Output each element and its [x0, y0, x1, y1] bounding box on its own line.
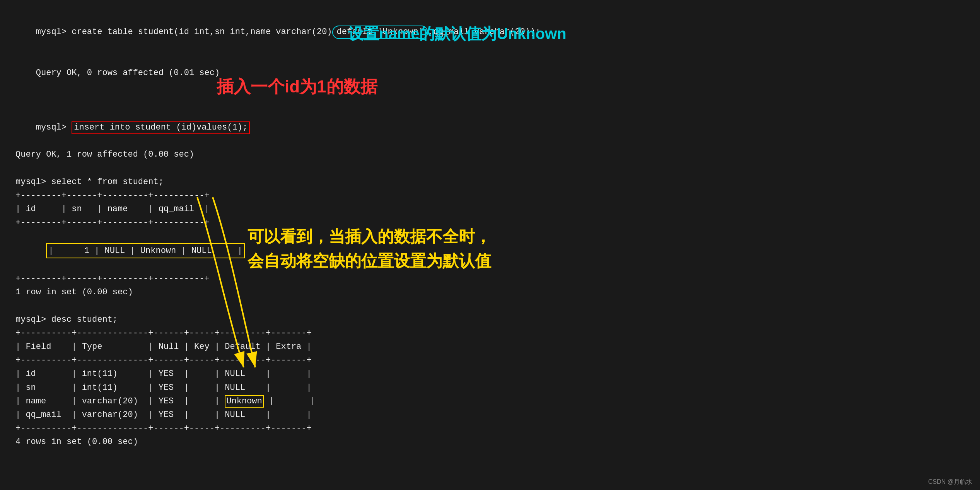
insert-prefix: mysql> [36, 123, 72, 132]
query-ok-line1: Query OK, 0 rows affected (0.01 sec) [15, 53, 965, 94]
select-data-row-content: | 1 | NULL | Unknown | NULL | [46, 243, 245, 258]
select-table-border-mid: +--------+------+---------+----------+ [15, 216, 245, 229]
desc-border-bot: +----------+--------------+------+-----+… [15, 422, 315, 435]
select-table-border-top: +--------+------+---------+----------+ [15, 189, 245, 202]
blank3 [15, 299, 965, 313]
select-table-header: | id | sn | name | qq_mail | [15, 202, 245, 216]
desc-row-name: | name | varchar(20) | YES | | Unknown |… [15, 394, 315, 408]
desc-cmd-line: mysql> desc student; [15, 313, 965, 326]
desc-header: | Field | Type | Null | Key | Default | … [15, 340, 315, 353]
desc-border-top: +----------+--------------+------+-----+… [15, 326, 315, 340]
desc-table: +----------+--------------+------+-----+… [15, 326, 315, 435]
query-ok-line2: Query OK, 1 row affected (0.00 sec) [15, 148, 965, 161]
select-table-border-bot: +--------+------+---------+----------+ [15, 272, 245, 285]
annotation-middle: 可以看到，当插入的数据不全时， 会自动将空缺的位置设置为默认值 [248, 224, 491, 273]
create-table-prefix: mysql> create table student(id int,sn in… [36, 27, 332, 37]
blank1 [15, 94, 965, 107]
select-table-data-row: | 1 | NULL | Unknown | NULL | [15, 230, 245, 272]
desc-border-header: +----------+--------------+------+-----+… [15, 353, 315, 367]
desc-row-sn: | sn | int(11) | YES | | NULL | | [15, 381, 315, 394]
desc-footer: 4 rows in set (0.00 sec) [15, 435, 965, 449]
default-unknown-highlight: Unknown [225, 395, 263, 408]
select-table: +--------+------+---------+----------+ |… [15, 189, 245, 285]
annotation-insert: 插入一个id为1的数据 [217, 75, 377, 98]
select-footer: 1 row in set (0.00 sec) [15, 285, 965, 299]
annotation-default-unknown: 设置name的默认值为Unknown [348, 23, 566, 44]
insert-statement: insert into student (id)values(1); [72, 121, 250, 134]
watermark: CSDN @月临水 [928, 478, 972, 486]
select-line: mysql> select * from student; [15, 175, 965, 189]
desc-row-id: | id | int(11) | YES | | NULL | | [15, 367, 315, 381]
blank2 [15, 162, 965, 175]
desc-row-qqmail: | qq_mail | varchar(20) | YES | | NULL |… [15, 408, 315, 422]
insert-line: mysql> insert into student (id)values(1)… [15, 107, 965, 148]
